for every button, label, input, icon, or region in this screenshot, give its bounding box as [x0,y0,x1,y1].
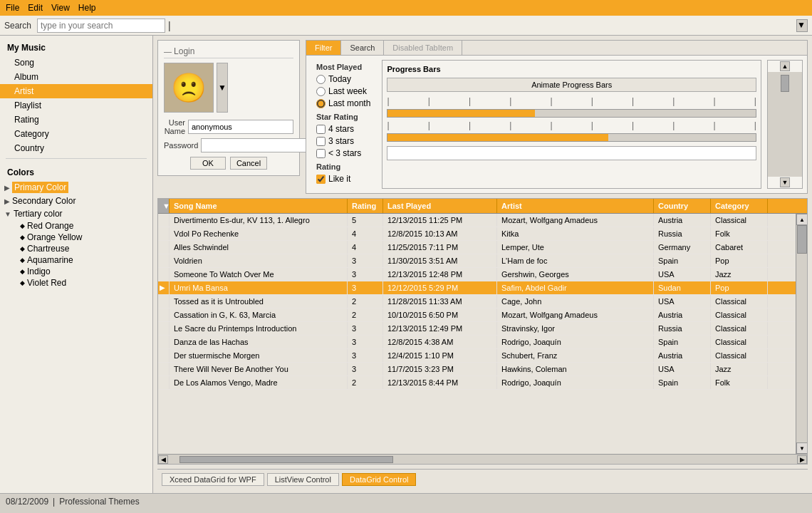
row-arrow [158,376,170,389]
colors-title: Colors [0,165,152,180]
grid-header-lastplayed[interactable]: Last Played [383,199,497,213]
table-row[interactable]: There Will Never Be Another You 3 11/7/2… [158,363,796,376]
row-arrow [158,227,170,240]
username-input[interactable] [188,120,293,134]
username-label: User Name [164,118,185,135]
progress-bar-1[interactable] [387,109,756,118]
toolbar-scroll-button[interactable]: ▼ [796,19,808,32]
vertical-scrollbar[interactable]: ▲ ▼ [796,214,807,454]
progress-input[interactable] [387,146,756,160]
sidebar-item-country[interactable]: Country [0,141,152,155]
tab-filter[interactable]: Filter [306,41,341,55]
table-row[interactable]: De Los Alamos Vengo, Madre 2 12/13/2015 … [158,376,796,390]
table-row[interactable]: ▶ Umri Ma Bansa 3 12/12/2015 5:29 PM Saf… [158,281,796,295]
scroll-down-btn[interactable]: ▼ [780,177,790,187]
radio-last-month-input[interactable] [316,99,326,108]
menu-edit[interactable]: Edit [28,3,43,13]
table-row[interactable]: Alles Schwindel 4 11/25/2015 7:11 PM Lem… [158,241,796,254]
row-country: Sudan [654,281,711,294]
tree-item-chartreuse[interactable]: ◆ Chartreuse [17,243,152,254]
check-4stars-input[interactable] [316,125,326,134]
check-less3stars: < 3 stars [316,148,370,158]
tree-item-orange-yellow[interactable]: ◆ Orange Yellow [17,232,152,243]
table-row[interactable]: Danza de las Hachas 3 12/8/2015 4:38 AM … [158,336,796,349]
bottom-tab-datagrid[interactable]: DataGrid Control [342,473,417,486]
h-scroll-thumb[interactable] [179,456,393,463]
row-rating: 3 [348,363,383,375]
sidebar-item-rating[interactable]: Rating [0,113,152,127]
row-category: Jazz [711,268,768,281]
scroll-thumb[interactable] [781,75,789,92]
check-like-it-input[interactable] [316,175,326,184]
row-category: Classical [711,295,768,308]
bottom-tab-listview[interactable]: ListView Control [267,473,339,486]
tree-item-aquamarine[interactable]: ◆ Aquamarine [17,254,152,266]
sidebar-item-artist[interactable]: Artist [0,84,152,98]
sidebar-item-song[interactable]: Song [0,56,152,70]
row-arrow [158,309,170,321]
grid-header-rating[interactable]: Rating [348,199,383,213]
cancel-button[interactable]: Cancel [230,157,267,170]
scroll-up-btn[interactable]: ▲ [780,61,790,71]
rating-title: Rating [316,162,370,171]
h-scroll-right[interactable]: ▶ [797,455,807,464]
grid-header-song[interactable]: Song Name [170,199,348,213]
row-song: Divertimento Es-dur, KV 113, 1. Allegro [170,214,348,227]
tree-item-tertiary[interactable]: ▼ Tertiary color [0,207,152,220]
table-row[interactable]: Der stuermische Morgen 3 12/4/2015 1:10 … [158,349,796,363]
radio-today-input[interactable] [316,75,326,84]
password-input[interactable] [201,138,306,152]
tree-label-indigo: Indigo [27,266,51,276]
h-scroll-left[interactable]: ◀ [158,455,168,464]
bottom-tab-xceed[interactable]: Xceed DataGrid for WPF [162,473,264,486]
v-scroll-thumb[interactable] [797,225,807,254]
ok-button[interactable]: OK [190,157,226,170]
check-less3stars-input[interactable] [316,149,326,158]
grid-header-sort[interactable]: ▼ [158,199,170,213]
tree-item-secondary[interactable]: ▶ Secondary Color [0,195,152,207]
row-lastplayed: 12/13/2015 11:25 PM [383,214,497,227]
grid-header-category[interactable]: Category [711,199,768,213]
tree-item-indigo[interactable]: ◆ Indigo [17,266,152,277]
table-row[interactable]: Voldrien 3 11/30/2015 3:51 AM L'Ham de f… [158,254,796,268]
grid-header-country[interactable]: Country [654,199,711,213]
progress-ticks-1: | | | | | | | | | | [387,96,756,106]
check-4stars-label: 4 stars [328,124,354,134]
cursor-indicator: | [168,20,171,31]
sidebar-item-category[interactable]: Category [0,127,152,141]
h-scrollbar[interactable]: ◀ ▶ [158,454,807,464]
avatar-dropdown[interactable]: ▼ [217,63,228,113]
sidebar-item-playlist[interactable]: Playlist [0,98,152,113]
table-row[interactable]: Divertimento Es-dur, KV 113, 1. Allegro … [158,214,796,227]
tab-search[interactable]: Search [341,41,384,55]
table-row[interactable]: Vdol Po Rechenke 4 12/8/2015 10:13 AM Ki… [158,227,796,241]
v-scroll-down[interactable]: ▼ [796,442,807,454]
menu-help[interactable]: Help [78,3,96,13]
row-rating: 2 [348,295,383,308]
menu-view[interactable]: View [51,3,70,13]
grid-header-artist[interactable]: Artist [497,199,654,213]
animate-btn[interactable]: Animate Progress Bars [387,78,756,92]
check-3stars-input[interactable] [316,137,326,146]
progress-bar-2[interactable] [387,133,756,142]
row-artist: Lemper, Ute [497,241,654,254]
tree-item-red-orange[interactable]: ◆ Red Orange [17,220,152,232]
table-row[interactable]: Le Sacre du Printemps Introduction 3 12/… [158,322,796,336]
search-input[interactable] [37,19,165,33]
password-row: Password [164,138,293,152]
sidebar-item-album[interactable]: Album [0,70,152,84]
menu-file[interactable]: File [6,3,19,13]
table-row[interactable]: Cassation in G, K. 63, Marcia 2 10/10/20… [158,309,796,322]
table-row[interactable]: Someone To Watch Over Me 3 12/13/2015 12… [158,268,796,281]
tree-item-primary[interactable]: ▶ Primary Color [0,180,152,195]
tree-item-violet-red[interactable]: ◆ Violet Red [17,277,152,289]
row-artist: Mozart, Wolfgang Amadeus [497,214,654,227]
progress-bar-2-fill [387,134,608,141]
radio-today-label: Today [328,74,351,84]
v-scroll-up[interactable]: ▲ [796,214,807,225]
table-row[interactable]: Tossed as it is Untroubled 2 11/28/2015 … [158,295,796,309]
row-rating: 4 [348,241,383,254]
tick: | [469,120,471,130]
row-song: Danza de las Hachas [170,336,348,348]
radio-last-week-input[interactable] [316,87,326,96]
